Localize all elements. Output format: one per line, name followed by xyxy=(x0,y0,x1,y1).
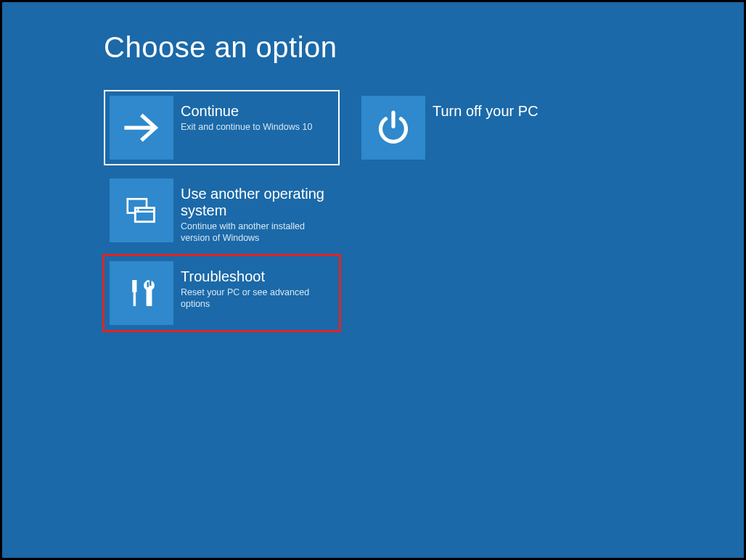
windows-stack-icon xyxy=(110,178,173,242)
troubleshoot-title: Troubleshoot xyxy=(181,268,329,285)
use-another-os-subtitle: Continue with another installed version … xyxy=(181,221,329,244)
use-another-os-tile[interactable]: Use another operating system Continue wi… xyxy=(104,173,340,248)
svg-rect-9 xyxy=(147,281,149,287)
svg-rect-6 xyxy=(137,209,139,211)
power-icon xyxy=(361,96,425,160)
use-another-os-title: Use another operating system xyxy=(181,186,329,219)
turn-off-title: Turn off your PC xyxy=(433,103,581,120)
turn-off-tile[interactable]: Turn off your PC xyxy=(356,90,591,165)
page-title: Choose an option xyxy=(104,31,744,64)
svg-rect-8 xyxy=(134,292,136,305)
options-grid: Continue Exit and continue to Windows 10 xyxy=(104,90,626,331)
svg-rect-7 xyxy=(133,281,136,292)
continue-title: Continue xyxy=(181,103,329,120)
tools-icon xyxy=(110,261,173,325)
arrow-right-icon xyxy=(110,96,173,160)
troubleshoot-subtitle: Reset your PC or see advanced options xyxy=(181,287,329,310)
continue-subtitle: Exit and continue to Windows 10 xyxy=(181,121,329,133)
continue-tile[interactable]: Continue Exit and continue to Windows 10 xyxy=(104,90,340,165)
troubleshoot-tile[interactable]: Troubleshoot Reset your PC or see advanc… xyxy=(104,255,340,331)
